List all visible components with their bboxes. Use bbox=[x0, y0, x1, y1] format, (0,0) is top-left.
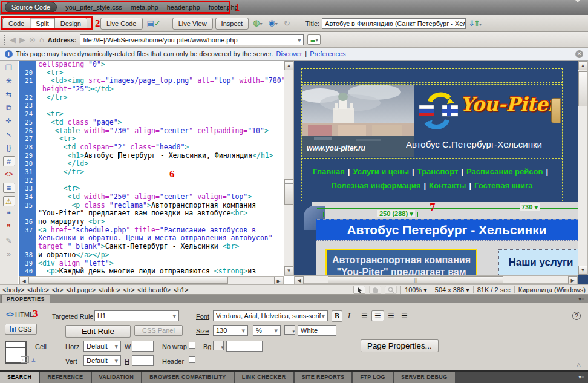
preview-in-browser-icon[interactable]: ◍▾ bbox=[251, 18, 264, 29]
remove-comment-icon[interactable]: ❞ bbox=[3, 223, 15, 233]
table-width-label-730[interactable]: 730 ▾ bbox=[520, 203, 540, 211]
edit-snippet-icon[interactable]: ✎ bbox=[3, 236, 15, 246]
page-properties-button[interactable]: Page Properties... bbox=[361, 339, 439, 352]
results-tab-server-debug[interactable]: SERVER DEBUG bbox=[394, 372, 456, 383]
more-options-icon[interactable]: » bbox=[3, 249, 15, 260]
css-panel-button[interactable]: CSS Panel bbox=[134, 325, 183, 336]
code-line[interactable]: 38и обратно</a></p> bbox=[19, 251, 284, 260]
vert-dropdown[interactable]: Default▾ bbox=[83, 355, 121, 366]
tag-selector-item[interactable]: <td.page> bbox=[66, 286, 96, 293]
column-width-bar-right[interactable] bbox=[500, 214, 569, 214]
document-title-input[interactable]: Автобус в Финляндию (Санкт Петербург - Х… bbox=[322, 18, 466, 29]
nav-link[interactable]: Транспорт bbox=[417, 167, 459, 176]
nav-link[interactable]: Гостевая книга bbox=[474, 181, 533, 190]
align-center-icon[interactable]: ☰ bbox=[371, 310, 384, 321]
code-line[interactable]: 31 </tr> bbox=[19, 168, 284, 177]
horz-dropdown[interactable]: Default▾ bbox=[83, 341, 121, 352]
collapse-full-tag-icon[interactable]: ⇆ bbox=[3, 90, 15, 100]
wrap-lines-icon[interactable]: ≡ bbox=[3, 183, 15, 193]
css-mode-button[interactable]: CSS bbox=[5, 324, 37, 335]
code-line[interactable]: 39<div align="left"> bbox=[19, 260, 284, 268]
code-horizontal-scrollbar[interactable]: ◀ ▶ bbox=[19, 276, 284, 284]
code-vscroll-thumb[interactable] bbox=[284, 179, 293, 205]
code-line[interactable]: 23 bbox=[19, 102, 284, 110]
merge-cells-icon[interactable]: ▭ bbox=[21, 356, 29, 363]
code-line[interactable]: 35 <p class="reclama">Автотранспортная к… bbox=[19, 201, 284, 210]
code-line[interactable]: cellspacing="0"> bbox=[19, 61, 284, 69]
unit-dropdown[interactable]: %▾ bbox=[253, 325, 281, 336]
tag-selector-item[interactable]: <table> bbox=[99, 286, 121, 293]
scroll-up-icon[interactable]: ▲ bbox=[284, 61, 293, 70]
home-icon[interactable]: ⌂ bbox=[39, 35, 44, 44]
code-line[interactable]: 37<a href="schedule.php" title="Расписан… bbox=[19, 226, 284, 235]
code-vertical-scrollbar[interactable]: ▲ ▼ bbox=[284, 61, 294, 276]
results-panel-menu-icon[interactable]: ▾≡ bbox=[578, 374, 584, 380]
code-view-pane[interactable]: ❐✳⇆⧉✛↖{}#<>≡⚠❝❞✎» cellspacing="0">20 <tr… bbox=[0, 61, 294, 284]
design-table-empty-row[interactable] bbox=[301, 68, 563, 83]
magnification-dropdown[interactable]: 100% ▾ bbox=[400, 286, 427, 294]
expand-all-icon[interactable]: ✛ bbox=[3, 116, 15, 126]
close-infobar-icon[interactable]: ✕ bbox=[575, 50, 583, 58]
align-right-icon[interactable]: ☰ bbox=[385, 310, 397, 321]
services-box[interactable]: Наши услуги bbox=[498, 249, 578, 275]
tag-selector-item[interactable]: <table> bbox=[27, 286, 50, 293]
nav-link[interactable]: Контакты bbox=[429, 181, 466, 190]
inspect-button[interactable]: Inspect bbox=[215, 18, 249, 30]
code-line[interactable]: "You-Piter" предлагает вам поездки на ав… bbox=[19, 209, 284, 218]
code-line[interactable]: Хельсинки и обратно. Цены и места отправ… bbox=[19, 234, 284, 243]
font-dropdown[interactable]: Verdana, Arial, Helvetica, sans-serif▾ bbox=[213, 310, 328, 321]
code-line[interactable]: 32 bbox=[19, 177, 284, 185]
select-parent-tag-icon[interactable]: ↖ bbox=[3, 129, 15, 140]
width-input[interactable] bbox=[132, 341, 154, 352]
tag-selector-item[interactable]: <tr> bbox=[51, 286, 64, 293]
code-line[interactable]: 22 </tr> bbox=[19, 94, 284, 102]
results-tab-site-reports[interactable]: SITE REPORTS bbox=[295, 372, 353, 383]
code-editor[interactable]: cellspacing="0">20 <tr>21 <td><img src="… bbox=[19, 61, 284, 276]
apply-comment-icon[interactable]: ❝ bbox=[3, 209, 15, 220]
window-size-dropdown[interactable]: 504 x 388 ▾ bbox=[431, 286, 469, 294]
discover-link[interactable]: Discover bbox=[276, 50, 302, 57]
results-tab-browser-compatibility[interactable]: BROWSER COMPATIBILITY bbox=[142, 372, 235, 383]
bg-color-swatch[interactable]: ▾ bbox=[213, 341, 224, 350]
nav-link[interactable]: Услуги и цены bbox=[353, 167, 409, 176]
nav-link[interactable]: Полезная информация bbox=[331, 181, 420, 190]
toolbar-grip[interactable] bbox=[4, 35, 6, 45]
design-hscroll-thumb[interactable]: ||| bbox=[328, 276, 503, 283]
code-line[interactable]: 33 <tr> bbox=[19, 185, 284, 193]
collapse-panel-icon[interactable]: △ bbox=[577, 362, 581, 368]
validate-markup-icon[interactable]: ▤✓ bbox=[145, 18, 163, 28]
panel-menu-icon[interactable]: ▾≡ bbox=[578, 296, 584, 302]
code-line[interactable]: 40 <p>Каждый день многие люди отправляют… bbox=[19, 267, 284, 276]
results-tab-search[interactable]: SEARCH bbox=[0, 372, 40, 383]
syntax-error-alerts-icon[interactable]: ⚠ bbox=[3, 196, 15, 206]
tag-selector[interactable]: <body><table><tr><td.page><table><tr><td… bbox=[2, 286, 191, 293]
file-management-icon[interactable]: ⇓⇑▾ bbox=[468, 19, 480, 28]
results-tab-link-checker[interactable]: LINK CHECKER bbox=[235, 372, 295, 383]
header-checkbox[interactable] bbox=[189, 356, 195, 363]
code-line[interactable]: 27 <tr> bbox=[19, 135, 284, 143]
tag-selector-item[interactable]: <tr> bbox=[123, 286, 135, 293]
height-input[interactable] bbox=[132, 355, 154, 366]
html-mode-button[interactable]: <> HTML bbox=[6, 310, 33, 319]
code-line[interactable]: 21 <td><img src="images/page_top.png" al… bbox=[19, 77, 284, 85]
scroll-right-icon[interactable]: ▶ bbox=[568, 276, 577, 284]
code-line[interactable]: 34 <td width="250" align="center" valign… bbox=[19, 193, 284, 201]
text-color-swatch[interactable]: ▾ bbox=[284, 325, 295, 335]
bg-color-input[interactable] bbox=[226, 341, 263, 352]
select-tool-icon[interactable] bbox=[353, 286, 365, 294]
code-navigator-icon[interactable]: ✳ bbox=[3, 76, 15, 87]
view-options-icon[interactable]: ≣▾ bbox=[307, 34, 320, 45]
code-line[interactable]: 24 <tr> bbox=[19, 110, 284, 119]
design-horizontal-scrollbar[interactable]: ◀ ||| ▶ bbox=[294, 275, 578, 284]
text-color-input[interactable]: White bbox=[298, 325, 336, 336]
design-vscroll-thumb[interactable] bbox=[578, 71, 587, 106]
design-header-image[interactable]: You-Piter Автобус С.Петербург-Хельсинки … bbox=[301, 84, 563, 157]
code-line[interactable]: 29 <h1>Автобус Петербург - Хельсинки, Фи… bbox=[19, 152, 284, 160]
nav-link[interactable]: Главная bbox=[313, 167, 345, 176]
design-vertical-scrollbar[interactable]: ▲ ▼ bbox=[578, 61, 588, 275]
address-input[interactable]: file:///E|/WebServers/home/you-piter/www… bbox=[80, 34, 304, 45]
tag-selector-item[interactable]: <td.head0> bbox=[137, 286, 171, 293]
results-tab-ftp-log[interactable]: FTP LOG bbox=[353, 372, 394, 383]
align-justify-icon[interactable]: ☰ bbox=[398, 310, 411, 321]
no-wrap-checkbox[interactable] bbox=[189, 342, 195, 349]
